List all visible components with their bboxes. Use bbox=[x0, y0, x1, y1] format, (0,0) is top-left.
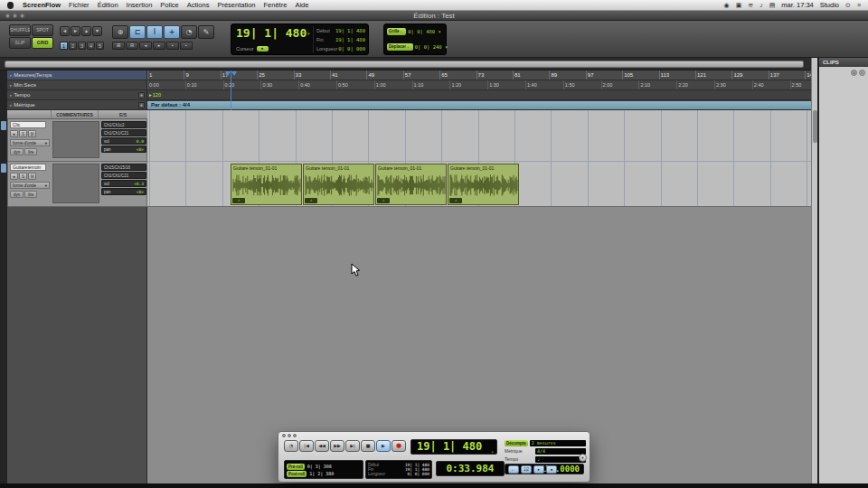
count-off-button[interactable]: Décompte bbox=[505, 440, 528, 446]
ruler-min-secs[interactable]: ▸ Min:Secs bbox=[7, 80, 146, 90]
display-icon[interactable]: ▣ bbox=[736, 2, 742, 9]
counter-dropdown-icon[interactable]: ▾ bbox=[307, 31, 310, 36]
transport-expand-icon[interactable]: ▾ bbox=[579, 454, 587, 462]
grabber-tool[interactable]: + bbox=[164, 25, 180, 39]
track-view-selector[interactable]: forme d'onde▾ bbox=[10, 139, 50, 146]
menu-item-8[interactable]: Aide bbox=[295, 1, 308, 9]
zoom-vertical-down-button[interactable]: ▾ bbox=[92, 26, 102, 36]
play-button[interactable]: ▶ bbox=[376, 440, 391, 452]
mode-slip-button[interactable]: SLIP bbox=[9, 37, 31, 49]
transport-time-counter[interactable]: 0:33.984 bbox=[436, 461, 505, 476]
selection-length-value[interactable]: 0| 0| 000 bbox=[338, 46, 365, 52]
meter-value[interactable]: 4/4 bbox=[535, 448, 586, 455]
menu-item-2[interactable]: Édition bbox=[98, 1, 118, 9]
tempo-ruler[interactable]: ▸120 bbox=[147, 90, 811, 100]
tempo-event-marker[interactable]: ▸120 bbox=[149, 92, 161, 98]
track-name[interactable]: Guitaretémoin bbox=[10, 164, 46, 171]
clips-panel-title[interactable]: CLIPS bbox=[819, 58, 868, 67]
solo-button[interactable]: S bbox=[19, 130, 27, 137]
track-pan-readout[interactable]: pan<0> bbox=[101, 188, 146, 195]
rewind-button[interactable]: ◀◀ bbox=[315, 440, 329, 452]
menu-item-3[interactable]: Insertion bbox=[127, 1, 153, 9]
audio-clip[interactable]: Guitare témoin_01-01♪ bbox=[448, 164, 519, 205]
track-input-selector[interactable]: Ch1/Ch1c2 bbox=[101, 121, 146, 128]
clips-menu-icon[interactable]: ≡ bbox=[859, 70, 865, 76]
add-tempo-event-icon[interactable]: + bbox=[138, 92, 145, 99]
online-button[interactable]: ◔ bbox=[284, 440, 298, 452]
record-button[interactable]: ● bbox=[392, 440, 406, 452]
automation-mode-button[interactable]: dyn bbox=[10, 148, 24, 155]
trim-tool[interactable]: ⊏ bbox=[129, 25, 146, 39]
zoom-preset-3[interactable]: 3 bbox=[78, 42, 86, 50]
menu-item-6[interactable]: Présentation bbox=[217, 1, 255, 9]
audio-clip[interactable]: Guitare témoin_01-01♪ bbox=[231, 164, 302, 205]
automation-mode-button[interactable]: dyn bbox=[10, 191, 24, 198]
timeline-selection-end-marker[interactable] bbox=[231, 71, 237, 76]
zoom-preset-4[interactable]: 4 bbox=[87, 42, 95, 50]
metronome-button[interactable]: ♩ bbox=[508, 465, 519, 474]
playlist-mode-button[interactable]: lire bbox=[24, 148, 37, 155]
ruler-bars-beats[interactable]: ▸ Mesures|Temps bbox=[7, 70, 146, 80]
grid-option-button[interactable]: ▪ bbox=[166, 42, 179, 50]
mode-grid-button[interactable]: GRID bbox=[32, 37, 53, 49]
track-comments-box[interactable] bbox=[52, 164, 99, 203]
record-enable-button[interactable]: ● bbox=[10, 130, 18, 137]
length-value[interactable]: 0| 0| 000 bbox=[408, 472, 429, 476]
nudge-option-button[interactable]: ▪ bbox=[180, 42, 193, 50]
pencil-tool[interactable]: ✎ bbox=[198, 25, 214, 39]
track-input-selector[interactable]: Ch15/Ch15/16 bbox=[101, 164, 146, 171]
tab-to-transient-button[interactable]: ⊞ bbox=[112, 42, 125, 50]
transport-titlebar[interactable] bbox=[282, 434, 297, 437]
link-track-selection-button[interactable]: ◂ bbox=[139, 42, 152, 50]
battery-icon[interactable]: ▤ bbox=[769, 2, 776, 9]
transport-window[interactable]: ◔|◀◀◀▶▶▶|■▶● 19| 1| 480 ▾ Décompte 2 mes… bbox=[278, 431, 590, 483]
transport-main-counter[interactable]: 19| 1| 480 ▾ bbox=[410, 439, 497, 455]
menu-item-0[interactable]: ScreenFlow bbox=[23, 1, 61, 9]
counter-dropdown-icon[interactable]: ▾ bbox=[491, 446, 494, 459]
minimize-window-icon[interactable] bbox=[288, 434, 291, 437]
menu-item-1[interactable]: Fichier bbox=[69, 1, 90, 9]
track-color-tab[interactable] bbox=[1, 164, 6, 173]
selection-start-value[interactable]: 19| 1| 480 bbox=[335, 28, 365, 33]
bars-ruler[interactable]: 1917253341495765738189971051131211291371… bbox=[147, 70, 811, 80]
track-name[interactable]: Clic bbox=[10, 121, 46, 128]
fast-forward-button[interactable]: ▶▶ bbox=[330, 440, 344, 452]
notification-center-icon[interactable]: ≡ bbox=[857, 2, 861, 9]
zoom-window-icon[interactable] bbox=[293, 434, 297, 437]
universe-overview[interactable] bbox=[5, 61, 804, 68]
menubar-clock[interactable]: mar. 17:34 bbox=[781, 1, 813, 9]
return-to-zero-button[interactable]: |◀ bbox=[299, 440, 314, 452]
ruler-meter[interactable]: ▸ Métrique + bbox=[7, 100, 146, 110]
nudge-value-button[interactable]: Déplacer ♩ bbox=[387, 43, 413, 51]
selection-end-value[interactable]: 19| 1| 480 bbox=[335, 37, 365, 42]
vertical-scrollbar[interactable] bbox=[811, 58, 817, 483]
mute-button[interactable]: M bbox=[28, 130, 36, 137]
zoomer-tool[interactable]: ⊕ bbox=[112, 25, 128, 39]
audio-clip[interactable]: Guitare témoin_01-01♪ bbox=[303, 164, 374, 205]
pre-roll-value[interactable]: 0| 3| 308 bbox=[307, 464, 332, 469]
post-roll-button[interactable]: Post-roll bbox=[287, 471, 307, 477]
stop-button[interactable]: ■ bbox=[361, 440, 375, 452]
pre-roll-button[interactable]: Pré-roll bbox=[287, 464, 305, 470]
track-view-selector[interactable]: forme d'onde▾ bbox=[10, 182, 50, 189]
scrubber-tool[interactable]: ◔ bbox=[181, 25, 197, 39]
track-pan-readout[interactable]: pan<0> bbox=[101, 145, 146, 153]
zoom-preset-2[interactable]: 2 bbox=[69, 42, 77, 50]
record-enable-button[interactable]: ● bbox=[10, 173, 18, 180]
zoom-preset-1[interactable]: 1 bbox=[60, 42, 68, 50]
track-volume-readout[interactable]: vol+0.3 bbox=[101, 180, 146, 187]
add-meter-event-icon[interactable]: + bbox=[138, 102, 145, 108]
solo-button[interactable]: S bbox=[19, 173, 27, 180]
mute-button[interactable]: M bbox=[28, 173, 36, 180]
playlist-mode-button[interactable]: lire bbox=[24, 191, 37, 198]
track-color-tab[interactable] bbox=[1, 121, 6, 130]
track-output-selector[interactable]: Ch1/Ch1/C21 bbox=[101, 129, 146, 136]
menu-item-5[interactable]: Actions bbox=[187, 1, 210, 9]
close-window-icon[interactable] bbox=[282, 434, 286, 437]
meter-default-band[interactable]: Par défaut : 4/4 bbox=[147, 101, 811, 109]
edit-window-titlebar[interactable]: Édition : Test bbox=[0, 11, 868, 21]
track-volume-readout[interactable]: vol0.0 bbox=[101, 137, 146, 145]
spotlight-icon[interactable]: ⊙ bbox=[845, 2, 851, 9]
insertion-follows-playback-button[interactable]: ▸ bbox=[153, 42, 165, 50]
volume-icon[interactable]: ♪ bbox=[760, 2, 763, 9]
